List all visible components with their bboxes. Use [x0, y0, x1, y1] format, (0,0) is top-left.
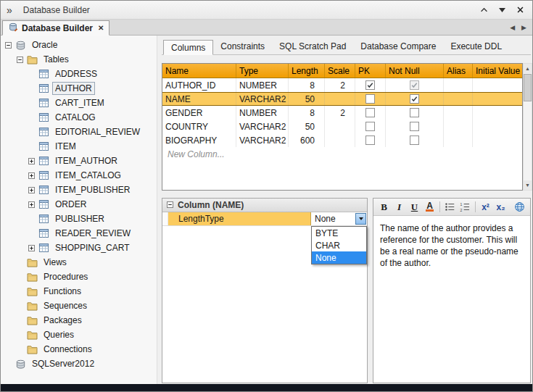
- cell-not-null[interactable]: [386, 133, 444, 147]
- cell-alias[interactable]: [444, 120, 473, 133]
- cell-name[interactable]: AUTHOR_ID: [162, 78, 236, 92]
- pk-checkbox[interactable]: [365, 80, 375, 90]
- hyperlink-globe-button[interactable]: [513, 200, 526, 214]
- cell-alias[interactable]: [444, 78, 473, 92]
- cell-initial-value[interactable]: [473, 133, 522, 147]
- tree-item-item-catalog[interactable]: ITEM_CATALOG: [1, 168, 157, 183]
- grid-scrollbar[interactable]: ▲ ▼: [523, 63, 532, 191]
- tree-item-address[interactable]: ADDRESS: [1, 67, 157, 81]
- expand-expander-icon[interactable]: [28, 245, 38, 251]
- tree-item-views[interactable]: Views: [1, 255, 157, 270]
- numbered-list-button[interactable]: 12: [458, 200, 472, 214]
- tree-item-procedures[interactable]: Procedures: [1, 270, 157, 284]
- column-header-initial-value[interactable]: Initial Value: [473, 64, 522, 78]
- close-icon[interactable]: [515, 5, 526, 15]
- cell-not-null[interactable]: [386, 120, 444, 133]
- not-null-checkbox[interactable]: [410, 80, 419, 90]
- cell-alias[interactable]: [444, 133, 473, 147]
- cell-length[interactable]: 50: [289, 120, 325, 133]
- cell-not-null[interactable]: [386, 106, 444, 120]
- tab-constraints[interactable]: Constraints: [213, 39, 272, 54]
- cell-pk[interactable]: [355, 120, 386, 133]
- cell-pk[interactable]: [355, 106, 386, 120]
- dock-chevrons-icon[interactable]: »: [7, 4, 12, 16]
- cell-alias[interactable]: [444, 106, 473, 120]
- scroll-down-icon[interactable]: ▼: [524, 180, 532, 190]
- tree-item-tables[interactable]: Tables: [1, 52, 157, 67]
- tree-item-reader-review[interactable]: READER_REVIEW: [1, 226, 157, 241]
- tree-item-queries[interactable]: Queries: [1, 328, 157, 342]
- cell-scale[interactable]: 2: [325, 106, 355, 120]
- tab-columns[interactable]: Columns: [163, 40, 213, 55]
- cell-name[interactable]: NAME: [162, 93, 236, 105]
- dropdown-option-none[interactable]: None: [312, 251, 366, 264]
- column-header-alias[interactable]: Alias: [444, 64, 473, 78]
- scroll-up-icon[interactable]: ▲: [524, 64, 532, 73]
- not-null-checkbox[interactable]: [410, 94, 419, 104]
- cell-name[interactable]: COUNTRY: [162, 120, 236, 133]
- notes-text[interactable]: The name of the author provides a refere…: [373, 216, 530, 383]
- cell-not-null[interactable]: [386, 93, 444, 105]
- cell-scale[interactable]: 2: [325, 78, 355, 92]
- cell-initial-value[interactable]: [473, 120, 522, 133]
- tab-database-compare[interactable]: Database Compare: [353, 39, 443, 54]
- dropdown-option-byte[interactable]: BYTE: [312, 227, 366, 239]
- tree-item-oracle[interactable]: Oracle: [1, 38, 157, 52]
- column-header-name[interactable]: Name: [162, 64, 236, 78]
- table-row-biography[interactable]: BIOGRAPHYVARCHAR2600: [162, 133, 522, 147]
- pk-checkbox[interactable]: [365, 108, 375, 117]
- expand-expander-icon[interactable]: [28, 172, 38, 179]
- combo-dropdown-button[interactable]: [355, 213, 366, 225]
- cell-type[interactable]: NUMBER: [236, 78, 289, 92]
- cell-length[interactable]: 50: [289, 93, 325, 105]
- column-header-length[interactable]: Length: [289, 64, 325, 78]
- cell-type[interactable]: VARCHAR2: [236, 120, 289, 133]
- bold-button[interactable]: B: [377, 200, 391, 214]
- tree-item-author[interactable]: AUTHOR: [1, 81, 157, 96]
- tab-sql-scratch-pad[interactable]: SQL Scratch Pad: [272, 39, 353, 54]
- tree-item-publisher[interactable]: PUBLISHER: [1, 212, 157, 226]
- cell-scale[interactable]: [325, 93, 355, 105]
- cell-initial-value[interactable]: [473, 78, 522, 92]
- column-header-type[interactable]: Type: [236, 64, 289, 78]
- cell-initial-value[interactable]: [473, 106, 522, 120]
- dropdown-option-char[interactable]: CHAR: [312, 239, 366, 251]
- tab-database-builder[interactable]: Database Builder ✕: [2, 20, 110, 36]
- tree-item-connections[interactable]: Connections: [1, 342, 157, 356]
- tab-execute-ddl[interactable]: Execute DDL: [443, 39, 509, 54]
- underline-button[interactable]: U: [408, 200, 421, 214]
- collapse-section-icon[interactable]: [167, 200, 173, 210]
- tree-item-cart-item[interactable]: CART_ITEM: [1, 96, 157, 110]
- pk-checkbox[interactable]: [365, 94, 375, 104]
- tab-scroll-left-icon[interactable]: ◀: [510, 24, 515, 31]
- tab-close-icon[interactable]: ✕: [98, 24, 104, 32]
- cell-type[interactable]: VARCHAR2: [236, 133, 289, 147]
- cell-pk[interactable]: [355, 133, 386, 147]
- table-row-gender[interactable]: GENDERNUMBER82: [162, 106, 522, 120]
- cell-name[interactable]: GENDER: [162, 106, 236, 120]
- pk-checkbox[interactable]: [365, 135, 375, 145]
- column-header-not-null[interactable]: Not Null: [386, 64, 444, 78]
- not-null-checkbox[interactable]: [410, 135, 419, 145]
- tree-item-editorial-review[interactable]: EDITORIAL_REVIEW: [1, 125, 157, 139]
- new-column-row[interactable]: New Column...: [162, 147, 522, 161]
- cell-scale[interactable]: [325, 120, 355, 133]
- collapse-expander-icon[interactable]: [5, 42, 15, 49]
- cell-name[interactable]: BIOGRAPHY: [162, 133, 236, 147]
- cell-type[interactable]: NUMBER: [236, 106, 289, 120]
- scrollbar-thumb[interactable]: [524, 74, 532, 101]
- tab-scroll-right-icon[interactable]: ▶: [521, 24, 526, 31]
- cell-not-null[interactable]: [386, 78, 444, 92]
- tree-item-packages[interactable]: Packages: [1, 313, 157, 328]
- superscript-button[interactable]: x²: [479, 200, 492, 214]
- subscript-button[interactable]: x₂: [494, 200, 508, 214]
- tree-item-functions[interactable]: Functions: [1, 284, 157, 299]
- cell-pk[interactable]: [355, 93, 386, 105]
- cell-length[interactable]: 8: [289, 106, 325, 120]
- cell-length[interactable]: 600: [289, 133, 325, 147]
- not-null-checkbox[interactable]: [410, 122, 419, 131]
- cell-length[interactable]: 8: [289, 78, 325, 92]
- table-row-name[interactable]: NAMEVARCHAR250: [162, 92, 522, 106]
- property-name[interactable]: LengthType: [168, 212, 311, 225]
- column-properties-header[interactable]: Column (NAME): [162, 199, 367, 212]
